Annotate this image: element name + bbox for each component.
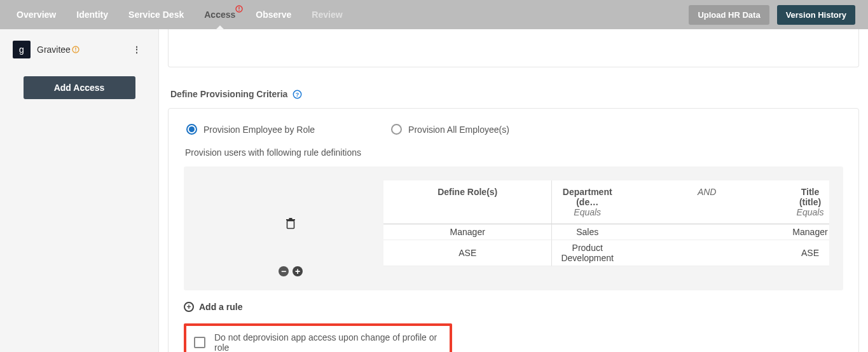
upload-hr-data-button[interactable]: Upload HR Data [689, 5, 769, 25]
cell-and [623, 224, 791, 240]
col-header-and: AND [623, 180, 791, 224]
tab-observe[interactable]: Observe [245, 0, 301, 29]
warning-icon [72, 46, 79, 53]
col-header-dept-text: Department (de… [556, 187, 619, 207]
alert-icon [235, 5, 243, 13]
svg-rect-1 [239, 7, 240, 10]
svg-text:?: ? [296, 91, 300, 98]
radio-label: Provision All Employee(s) [408, 125, 509, 135]
svg-rect-10 [289, 218, 293, 219]
top-panel-placeholder [168, 29, 859, 67]
remove-row-button[interactable]: − [279, 266, 289, 276]
subtext: Provision users with following rule defi… [185, 147, 843, 158]
app-logo: g [13, 41, 31, 58]
radio-label: Provision Employee by Role [203, 125, 315, 135]
section-title-text: Define Provisioning Criteria [170, 89, 287, 99]
version-history-button[interactable]: Version History [777, 5, 855, 25]
cell-role[interactable]: Manager [383, 224, 552, 240]
radio-icon-unchecked [391, 124, 402, 135]
tab-identity[interactable]: Identity [66, 0, 118, 29]
radio-all-employees[interactable]: Provision All Employee(s) [391, 124, 509, 135]
cell-role[interactable]: ASE [383, 240, 552, 266]
tabs: Overview Identity Service Desk Access Ob… [6, 0, 353, 29]
tab-label: Access [204, 10, 235, 20]
add-rule-label: Add a rule [199, 302, 242, 312]
cell-and [623, 240, 791, 266]
cell-title[interactable]: Manager [791, 224, 829, 240]
svg-rect-4 [75, 48, 76, 50]
criteria-panel: Provision Employee by Role Provision All… [168, 108, 859, 352]
kebab-menu[interactable]: ⋮ [128, 42, 146, 57]
col-header-title-text: Title (title) [795, 187, 825, 207]
content: Define Provisioning Criteria ? Provision… [159, 29, 868, 352]
rules-table-area: Define Role(s) Department (de… Equals AN… [184, 166, 843, 290]
row-actions: − + [198, 266, 383, 276]
deprovision-checkbox[interactable] [194, 337, 205, 348]
radio-icon-checked [186, 124, 197, 135]
tab-review[interactable]: Review [301, 0, 352, 29]
topbar: Overview Identity Service Desk Access Ob… [0, 0, 868, 29]
col-header-title: Title (title) Equals [791, 180, 829, 224]
col-header-title-equals: Equals [795, 207, 825, 217]
cell-dept[interactable]: Product Development [552, 240, 623, 266]
svg-rect-9 [286, 219, 295, 220]
tab-access[interactable]: Access [194, 0, 245, 29]
col-header-roles: Define Role(s) [383, 180, 552, 224]
section-title: Define Provisioning Criteria ? [170, 89, 859, 99]
cell-dept[interactable]: Sales [552, 224, 623, 240]
svg-rect-8 [287, 220, 294, 228]
plus-icon: + [184, 302, 194, 312]
deprovision-option-highlight: Do not deprovision app access upon chang… [184, 323, 452, 352]
cell-title[interactable]: ASE [791, 240, 829, 266]
app-name: Gravitee [37, 44, 71, 55]
add-rule-button[interactable]: + Add a rule [184, 302, 843, 312]
radio-by-role[interactable]: Provision Employee by Role [186, 124, 315, 135]
col-header-department: Department (de… Equals [552, 180, 623, 224]
svg-rect-5 [75, 51, 76, 51]
help-icon[interactable]: ? [293, 90, 302, 99]
col-header-dept-equals: Equals [556, 207, 619, 217]
add-row-button[interactable]: + [293, 266, 303, 276]
svg-rect-2 [239, 10, 240, 11]
tab-overview[interactable]: Overview [6, 0, 66, 29]
app-row: g Gravitee ⋮ [13, 41, 146, 58]
sidebar: g Gravitee ⋮ Add Access [0, 29, 159, 352]
tab-service-desk[interactable]: Service Desk [118, 0, 194, 29]
deprovision-label: Do not deprovision app access upon chang… [214, 332, 442, 352]
add-access-button[interactable]: Add Access [24, 76, 135, 99]
delete-rule-button[interactable] [198, 180, 383, 266]
